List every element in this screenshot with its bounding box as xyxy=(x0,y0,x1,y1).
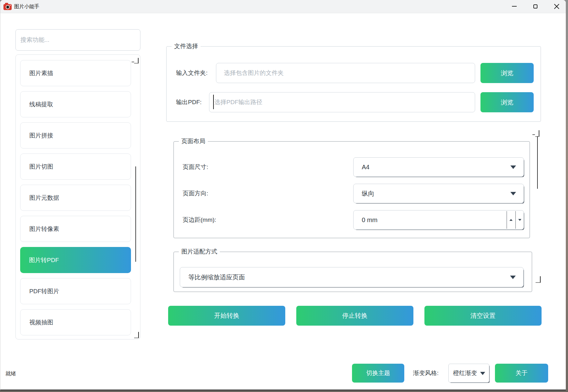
sidebar-scrollbar-handle[interactable] xyxy=(135,166,136,262)
desktop-background: 图片小能手 图片素描 线稿提取 图片拼接 图片切图 图片元数据 图片转像素 图片… xyxy=(0,0,568,392)
page-margin-value: 0 mm xyxy=(362,216,378,224)
window-title: 图片小能手 xyxy=(14,0,39,13)
chevron-down-icon xyxy=(510,276,516,279)
camera-icon-lens xyxy=(6,5,10,9)
maximize-button[interactable] xyxy=(526,0,544,13)
page-size-label: 页面尺寸: xyxy=(183,157,208,177)
maximize-icon xyxy=(533,4,537,8)
status-text: 就绪 xyxy=(5,370,16,377)
gradient-style-value: 橙红渐变 xyxy=(453,369,477,377)
sidebar-scrollbar-top-corner xyxy=(134,58,139,64)
input-folder-label: 输入文件夹: xyxy=(176,63,207,83)
file-selection-group: 文件选择 输入文件夹: 浏览 输出PDF: 浏览 xyxy=(166,46,541,122)
sidebar-scrollbar-bottom-corner xyxy=(134,332,139,338)
sidebar-item-video-frame-extract[interactable]: 视频抽图 xyxy=(20,309,131,335)
camera-icon xyxy=(3,3,12,10)
search-input[interactable] xyxy=(15,29,140,51)
camera-icon-flash-dot xyxy=(10,5,11,6)
main-scrollbar-handle[interactable] xyxy=(537,136,538,189)
sidebar-item-pdf-to-image[interactable]: PDF转图片 xyxy=(20,278,131,304)
start-convert-button[interactable]: 开始转换 xyxy=(168,306,285,326)
page-size-value: A4 xyxy=(362,164,369,171)
chevron-down-icon xyxy=(480,372,485,375)
title-bar: 图片小能手 xyxy=(0,0,566,13)
fit-mode-value: 等比例缩放适应页面 xyxy=(188,273,245,282)
minimize-button[interactable] xyxy=(505,0,523,13)
file-selection-group-title: 文件选择 xyxy=(172,42,201,50)
app-window: 图片小能手 图片素描 线稿提取 图片拼接 图片切图 图片元数据 图片转像素 图片… xyxy=(0,0,566,391)
main-scrollbar-dash xyxy=(532,134,535,135)
sidebar-item-image-stitch[interactable]: 图片拼接 xyxy=(20,122,131,148)
sidebar-function-list: 图片素描 线稿提取 图片拼接 图片切图 图片元数据 图片转像素 图片转PDF P… xyxy=(15,54,140,339)
output-pdf-field[interactable] xyxy=(209,92,475,112)
page-size-combo[interactable]: A4 xyxy=(353,157,524,177)
fit-mode-group: 图片适配方式 等比例缩放适应页面 xyxy=(173,252,532,292)
spin-up-button[interactable] xyxy=(507,210,515,229)
fit-mode-combo[interactable]: 等比例缩放适应页面 xyxy=(180,267,524,287)
page-orientation-value: 纵向 xyxy=(362,189,374,198)
output-pdf-label: 输出PDF: xyxy=(176,92,202,112)
page-orientation-combo[interactable]: 纵向 xyxy=(353,184,524,203)
close-button[interactable] xyxy=(547,0,565,13)
page-margin-label: 页边距(mm): xyxy=(183,210,216,230)
sidebar-item-image-sketch[interactable]: 图片素描 xyxy=(20,60,131,86)
sidebar-item-image-metadata[interactable]: 图片元数据 xyxy=(20,185,131,211)
spin-down-button[interactable] xyxy=(515,210,524,229)
page-orientation-label: 页面方向: xyxy=(183,184,208,203)
sidebar-item-image-to-pdf[interactable]: 图片转PDF xyxy=(20,247,131,273)
stop-convert-button[interactable]: 停止转换 xyxy=(296,306,413,326)
sidebar-item-image-crop[interactable]: 图片切图 xyxy=(20,154,131,180)
chevron-down-icon xyxy=(510,165,516,169)
browse-output-pdf-button[interactable]: 浏览 xyxy=(480,92,534,112)
main-scrollbar-top-corner xyxy=(535,130,539,137)
gradient-style-label: 渐变风格: xyxy=(410,364,439,383)
gradient-style-combo[interactable]: 橙红渐变 xyxy=(448,364,489,383)
fit-mode-group-title: 图片适配方式 xyxy=(179,248,220,256)
page-layout-group-title: 页面布局 xyxy=(179,137,208,145)
about-button[interactable]: 关于 xyxy=(495,364,548,383)
page-margin-spinbox[interactable]: 0 mm xyxy=(353,210,524,230)
main-scrollbar-bottom-corner xyxy=(536,276,541,283)
browse-input-folder-button[interactable]: 浏览 xyxy=(480,63,534,83)
minimize-icon xyxy=(512,6,517,7)
sidebar-item-line-art-extract[interactable]: 线稿提取 xyxy=(20,91,131,117)
input-folder-field[interactable] xyxy=(216,63,475,83)
close-icon xyxy=(554,4,559,9)
clear-settings-button[interactable]: 清空设置 xyxy=(424,306,542,326)
spin-down-icon xyxy=(518,219,521,221)
spin-up-icon xyxy=(509,219,513,221)
page-layout-group: 页面布局 页面尺寸: A4 页面方向: 纵向 页边距(mm): 0 mm xyxy=(173,141,530,238)
sidebar-item-image-to-pixel[interactable]: 图片转像素 xyxy=(20,216,131,242)
sidebar-scrollbar-dash xyxy=(132,62,134,62)
chevron-down-icon xyxy=(510,192,516,195)
text-caret xyxy=(213,95,214,109)
switch-theme-button[interactable]: 切换主题 xyxy=(352,364,404,383)
